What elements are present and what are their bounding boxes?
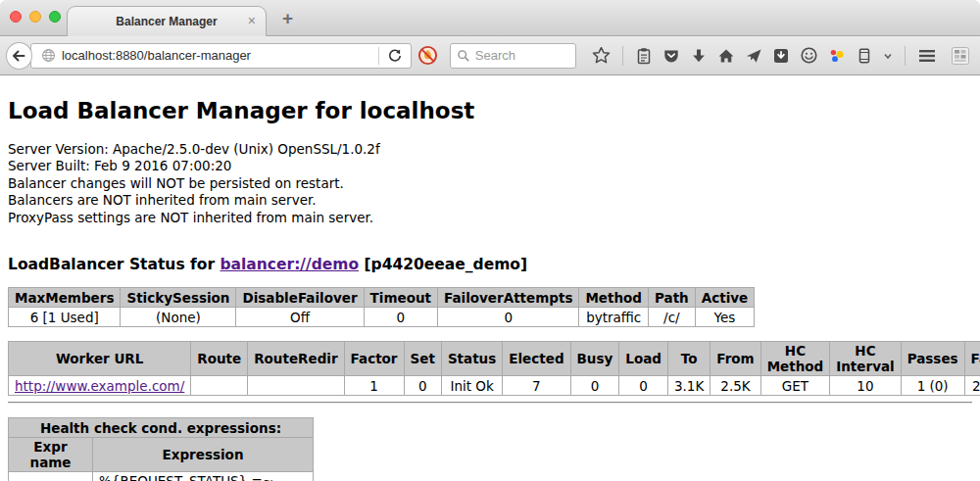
cell-expression: %{REQUEST_STATUS} =~ /^[234]/ xyxy=(93,472,314,481)
section-divider xyxy=(8,402,972,404)
cell-hc-method: GET xyxy=(760,376,830,396)
table-row: 6 [1 Used] (None) Off 0 0 bytraffic /c/ … xyxy=(9,308,755,327)
col-passes: Passes xyxy=(901,342,964,376)
colored-dots-extension-icon[interactable] xyxy=(828,47,846,65)
worker-url-link[interactable]: http://www.example.com/ xyxy=(15,378,184,394)
tab-bar: Balancer Manager × + xyxy=(0,0,980,36)
cell-active: Yes xyxy=(695,308,755,327)
server-version-line: Server Version: Apache/2.5.0-dev (Unix) … xyxy=(8,141,972,158)
cell-disablefailover: Off xyxy=(236,308,364,327)
cell-fails: 2 (0) xyxy=(964,376,980,396)
send-icon[interactable] xyxy=(745,47,762,65)
browser-window: Balancer Manager × + localhost:8880/bala… xyxy=(0,0,980,481)
health-check-table: Health check cond. expressions: Expr nam… xyxy=(8,417,314,481)
loadbalancer-status-heading: LoadBalancer Status for balancer://demo … xyxy=(8,256,972,273)
table-header-row: MaxMembers StickySession DisableFailover… xyxy=(9,288,755,308)
col-timeout: Timeout xyxy=(364,288,437,308)
col-method: Method xyxy=(579,288,649,308)
col-active: Active xyxy=(695,288,755,308)
toolbar-separator xyxy=(622,46,623,66)
col-expression: Expression xyxy=(93,438,314,472)
col-status: Status xyxy=(441,342,502,376)
back-arrow-icon xyxy=(10,47,27,65)
heading-suffix: [p4420eeae_demo] xyxy=(365,256,528,273)
col-factor: Factor xyxy=(344,342,404,376)
clipboard-icon[interactable] xyxy=(635,47,653,65)
col-busy: Busy xyxy=(570,342,619,376)
heading-prefix: LoadBalancer Status for xyxy=(8,256,215,273)
reload-icon xyxy=(387,48,403,64)
url-bar[interactable]: localhost:8880/balancer-manager xyxy=(30,43,412,69)
col-routeredir: RouteRedir xyxy=(248,342,344,376)
container-icon[interactable] xyxy=(856,47,873,65)
col-elected: Elected xyxy=(503,342,570,376)
minimize-window-button[interactable] xyxy=(29,11,41,23)
search-placeholder: Search xyxy=(475,48,515,63)
col-expr-name: Expr name xyxy=(9,438,93,472)
plugin-block-icon xyxy=(417,45,438,66)
table-header-row: Worker URL Route RouteRedir Factor Set S… xyxy=(9,342,980,376)
traffic-lights xyxy=(10,11,61,23)
square-download-icon[interactable] xyxy=(772,47,790,65)
col-disablefailover: DisableFailover xyxy=(236,288,364,308)
navigation-toolbar: localhost:8880/balancer-manager Search xyxy=(0,36,980,75)
tab-title: Balancer Manager xyxy=(116,15,217,28)
zoom-window-button[interactable] xyxy=(49,11,61,23)
tab-groups-grid-icon[interactable] xyxy=(951,46,970,66)
col-from: From xyxy=(710,342,760,376)
tab-balancer-manager[interactable]: Balancer Manager × xyxy=(67,6,267,36)
col-stickysession: StickySession xyxy=(121,288,236,308)
server-built-line: Server Built: Feb 9 2016 07:00:20 xyxy=(8,158,972,174)
chevron-down-icon[interactable] xyxy=(883,51,893,61)
download-arrow-icon[interactable] xyxy=(690,47,708,65)
cell-route xyxy=(191,376,248,396)
menu-hamburger-icon[interactable] xyxy=(917,46,937,66)
close-window-button[interactable] xyxy=(10,11,22,23)
tab-close-icon[interactable]: × xyxy=(248,14,256,27)
col-hc-interval: HC Interval xyxy=(830,342,901,376)
pocket-icon[interactable] xyxy=(662,47,680,65)
toolbar-separator xyxy=(905,46,906,66)
col-route: Route xyxy=(191,342,248,376)
globe-icon xyxy=(41,48,56,63)
cell-stickysession: (None) xyxy=(121,308,236,327)
cell-routeredir xyxy=(248,376,344,396)
cell-hc-interval: 10 xyxy=(830,376,901,396)
page-title: Load Balancer Manager for localhost xyxy=(8,75,972,123)
urlbar-divider xyxy=(378,47,379,65)
table-title-row: Health check cond. expressions: xyxy=(9,418,314,438)
col-worker-url: Worker URL xyxy=(9,342,191,376)
col-set: Set xyxy=(404,342,441,376)
plugin-block-button[interactable] xyxy=(416,43,440,69)
cell-status: Init Ok xyxy=(441,376,502,396)
url-text[interactable]: localhost:8880/balancer-manager xyxy=(62,48,374,63)
cell-busy: 0 xyxy=(570,376,619,396)
cell-to: 3.1K xyxy=(667,376,710,396)
col-fails: Fails xyxy=(964,342,980,376)
new-tab-button[interactable]: + xyxy=(282,8,293,29)
reload-button[interactable] xyxy=(383,44,407,68)
cell-worker-url: http://www.example.com/ xyxy=(9,376,191,396)
col-maxmembers: MaxMembers xyxy=(9,288,121,308)
table-header-row: Expr name Expression xyxy=(9,438,314,472)
server-info: Server Version: Apache/2.5.0-dev (Unix) … xyxy=(8,141,972,226)
col-hc-method: HC Method xyxy=(760,342,830,376)
search-icon xyxy=(457,49,470,63)
table-row: foof %{REQUEST_STATUS} =~ /^[234]/ xyxy=(9,472,314,481)
health-table-title: Health check cond. expressions: xyxy=(9,418,314,438)
cell-timeout: 0 xyxy=(364,308,437,327)
search-bar[interactable]: Search xyxy=(450,43,576,69)
cell-failoverattempts: 0 xyxy=(438,308,579,327)
back-button[interactable] xyxy=(6,42,32,70)
smiley-icon[interactable] xyxy=(800,46,818,65)
table-row: http://www.example.com/ 1 0 Init Ok 7 0 … xyxy=(9,376,980,396)
cell-from: 2.5K xyxy=(710,376,760,396)
bookmark-star-icon[interactable] xyxy=(592,46,611,65)
cell-elected: 7 xyxy=(503,376,570,396)
home-icon[interactable] xyxy=(717,47,735,65)
proxypass-note-line: ProxyPass settings are NOT inherited fro… xyxy=(8,210,972,226)
balancer-demo-link[interactable]: balancer://demo xyxy=(220,256,359,273)
cell-expr-name: foof xyxy=(9,472,93,481)
cell-set: 0 xyxy=(404,376,441,396)
inherit-note-line: Balancers are NOT inherited from main se… xyxy=(8,192,972,209)
